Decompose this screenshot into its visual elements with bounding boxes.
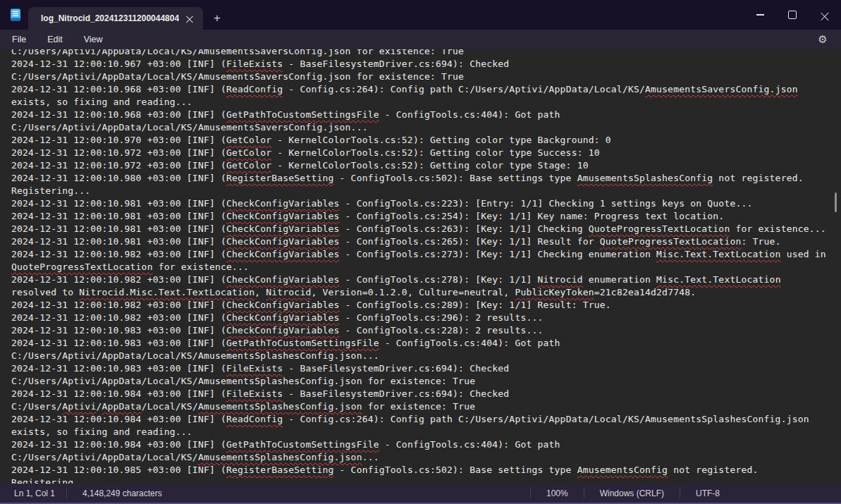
log-text: : True. — [741, 236, 780, 247]
log-line: 2024-12-31 12:00:10.968 +03:00 [INF] (Ge… — [11, 109, 841, 121]
notepad-window: log_Nitrocid_202412311200044804 + File E… — [0, 0, 841, 504]
line-endings: Windows (CRLF) — [584, 484, 680, 503]
log-line: 2024-12-31 12:00:10.981 +03:00 [INF] (Ch… — [11, 210, 841, 223]
log-lines: C:/Users/Aptivi/AppData/Local/KS/Amuseme… — [0, 49, 841, 484]
log-line: C:/Users/Aptivi/AppData/Local/KS/Amuseme… — [11, 375, 841, 388]
document-tab[interactable]: log_Nitrocid_202412311200044804 — [28, 7, 203, 30]
log-line: C:/Users/Aptivi/AppData/Local/KS/Amuseme… — [11, 400, 841, 413]
maximize-button[interactable] — [776, 0, 809, 30]
log-text: C:/Users/Aptivi/AppData/Local/KS/Amuseme… — [11, 71, 464, 82]
log-text: for existence: True — [362, 401, 476, 412]
titlebar: log_Nitrocid_202412311200044804 + — [0, 0, 841, 30]
log-text: - ConfigTools.cs:502): Base settings typ… — [334, 465, 577, 475]
misspelled-word: FileExists — [226, 388, 283, 399]
log-line: 2024-12-31 12:00:10.983 +03:00 [INF] (Ch… — [11, 324, 841, 337]
log-text: - ConfigTools.cs:502): Base settings typ… — [334, 173, 577, 183]
misspelled-word: AmusementsSplashesConfig.json — [198, 452, 362, 462]
log-text: 2024-12-31 12:00:10.981 +03:00 [INF] ( — [11, 236, 226, 247]
misspelled-word: FileExists — [226, 363, 283, 374]
log-text: 2024-12-31 12:00:10.981 +03:00 [INF] ( — [11, 223, 226, 234]
misspelled-word: GetColor — [226, 147, 271, 158]
log-text: exists, so fixing and reading... — [11, 97, 192, 107]
log-line: 2024-12-31 12:00:10.982 +03:00 [INF] (Ch… — [11, 273, 841, 286]
misspelled-word: PublicKeyToken — [515, 287, 594, 297]
gear-icon[interactable]: ⚙ — [814, 32, 831, 47]
log-line: 2024-12-31 12:00:10.984 +03:00 [INF] (Fi… — [11, 388, 841, 400]
misspelled-word: RegisterBaseSetting — [226, 465, 334, 475]
misspelled-word: Nitrocid — [538, 274, 583, 285]
log-text: - ConfigTools.cs:296): 2 results... — [340, 312, 544, 323]
log-line: 2024-12-31 12:00:10.967 +03:00 [INF] (Fi… — [11, 58, 841, 70]
log-line: 2024-12-31 12:00:10.968 +03:00 [INF] (Re… — [11, 83, 841, 96]
misspelled-word: AmusementsSplashesConfig — [577, 173, 713, 183]
log-line: 2024-12-31 12:00:10.984 +03:00 [INF] (Ge… — [11, 438, 841, 451]
log-text: - Config.cs:264): Config path C:/Users/A… — [283, 414, 809, 424]
log-line: 2024-12-31 12:00:10.981 +03:00 [INF] (Ch… — [11, 223, 841, 235]
log-line: 2024-12-31 12:00:10.983 +03:00 [INF] (Fi… — [11, 362, 841, 375]
log-line: Registering... — [11, 477, 841, 484]
log-text: - Config.cs:264): Config path C:/Users/A… — [283, 84, 645, 94]
encoding: UTF-8 — [680, 484, 735, 503]
log-text: 2024-12-31 12:00:10.967 +03:00 [INF] ( — [11, 59, 226, 69]
misspelled-word: AmusementsSplashesConfig.json — [198, 401, 362, 412]
log-line: exists, so fixing and reading... — [11, 96, 841, 109]
log-line: 2024-12-31 12:00:10.983 +03:00 [INF] (Ge… — [11, 337, 841, 350]
log-text: enumeration — [583, 274, 656, 285]
misspelled-word: RegisterBaseSetting — [226, 173, 334, 183]
log-text: 2024-12-31 12:00:10.982 +03:00 [INF] ( — [11, 274, 226, 285]
misspelled-word: Misc.Text.TextLocation — [656, 249, 781, 259]
log-text: 2024-12-31 12:00:10.984 +03:00 [INF] ( — [11, 439, 226, 450]
new-tab-button[interactable]: + — [209, 10, 226, 27]
minimize-button[interactable] — [744, 0, 776, 30]
log-text: Registering... — [11, 477, 90, 484]
statusbar: Ln 1, Col 1 4,148,249 characters 100% Wi… — [0, 484, 841, 504]
log-line: 2024-12-31 12:00:10.982 +03:00 [INF] (Ch… — [11, 312, 841, 324]
log-text: - ConfigTools.cs:254): [Key: 1/1] Key na… — [340, 211, 725, 221]
window-controls — [744, 0, 841, 30]
misspelled-word: GetColor — [226, 160, 271, 171]
log-line: 2024-12-31 12:00:10.984 +03:00 [INF] (Re… — [11, 413, 841, 426]
log-text: - KernelColorTools.cs:52): Getting color… — [271, 135, 611, 145]
misspelled-word: QuoteProgressTextLocation — [589, 223, 730, 234]
log-text: 2024-12-31 12:00:10.981 +03:00 [INF] ( — [11, 211, 226, 221]
misspelled-word: AmusementsConfig — [577, 465, 668, 475]
log-text: 2024-12-31 12:00:10.985 +03:00 [INF] ( — [11, 465, 226, 475]
menu-view[interactable]: View — [73, 32, 113, 47]
log-line: QuoteProgressTextLocation for existence.… — [11, 261, 841, 273]
menu-edit[interactable]: Edit — [37, 32, 73, 47]
log-text: resolved to — [11, 287, 79, 297]
log-text: exists, so fixing and reading... — [11, 426, 192, 437]
misspelled-word: ReadConfig — [226, 414, 283, 424]
misspelled-word: CheckConfigVariables — [226, 198, 340, 209]
log-text: - ConfigTools.cs:404): Got path — [379, 338, 560, 348]
menu-file[interactable]: File — [1, 32, 37, 47]
close-button[interactable] — [809, 0, 841, 30]
close-icon — [821, 11, 829, 19]
log-text: , Version=0.1.2.0, Culture=neutral, — [311, 287, 515, 297]
log-text: /Local/KS/ — [142, 401, 198, 412]
misspelled-word: GetPathToCustomSettingsFile — [226, 338, 379, 348]
log-text: 2024-12-31 12:00:10.983 +03:00 [INF] ( — [11, 363, 226, 374]
log-line: Registering... — [11, 185, 841, 197]
misspelled-word: AppData — [102, 401, 141, 412]
log-text: - ConfigTools.cs:404): Got path — [379, 109, 560, 120]
log-text: 2024-12-31 12:00:10.984 +03:00 [INF] ( — [11, 414, 226, 424]
log-text: - KernelColorTools.cs:52): Getting color… — [271, 147, 600, 158]
text-editor-area[interactable]: C:/Users/Aptivi/AppData/Local/KS/Amuseme… — [0, 49, 841, 484]
misspelled-word: Aptivi — [62, 401, 96, 412]
log-text: 2024-12-31 12:00:10.970 +03:00 [INF] ( — [11, 135, 226, 145]
log-text: C:/Users/Aptivi/AppData/Local/KS/Amuseme… — [11, 376, 475, 386]
log-line: resolved to Nitrocid.Misc.Text.TextLocat… — [11, 286, 841, 299]
vertical-scrollbar-thumb[interactable] — [835, 192, 837, 212]
log-line: 2024-12-31 12:00:10.981 +03:00 [INF] (Ch… — [11, 235, 841, 248]
log-text: ... — [362, 452, 379, 462]
log-text: not registered. — [668, 465, 758, 475]
log-text: 2024-12-31 12:00:10.981 +03:00 [INF] ( — [11, 198, 226, 209]
misspelled-word: Nitrocid — [266, 287, 311, 297]
misspelled-word: GetPathToCustomSettingsFile — [226, 439, 379, 450]
tab-close-button[interactable] — [182, 11, 197, 26]
log-text: 2024-12-31 12:00:10.983 +03:00 [INF] ( — [11, 325, 226, 336]
log-text: C:/Users/Aptivi/AppData/Local/KS/ — [11, 452, 198, 462]
log-text: - ConfigTools.cs:404): Got path — [379, 439, 560, 450]
misspelled-word: QuoteProgressTextLocation — [11, 262, 153, 272]
